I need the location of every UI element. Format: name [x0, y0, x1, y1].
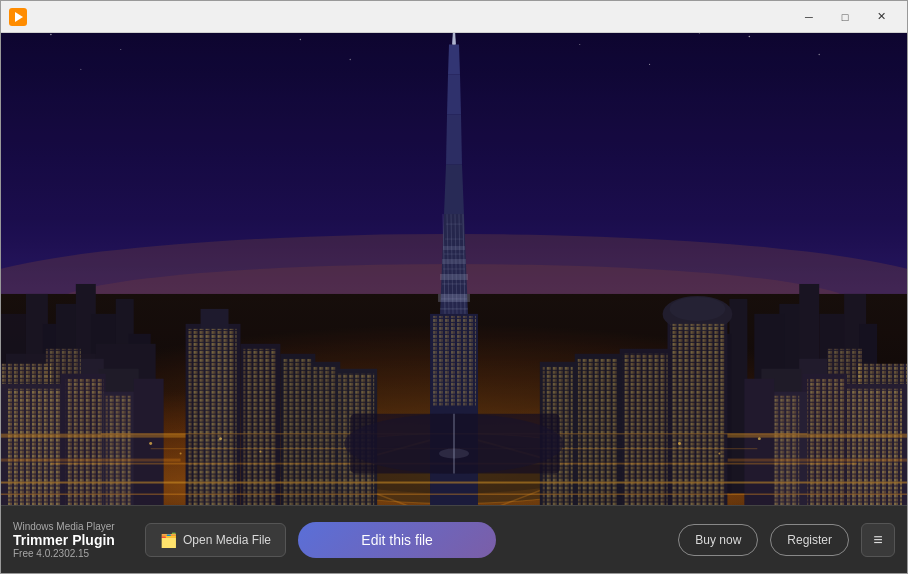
video-background [1, 33, 907, 505]
maximize-button[interactable]: □ [827, 3, 863, 31]
video-area [1, 33, 907, 505]
title-bar-left [9, 8, 33, 26]
minimize-button[interactable]: ─ [791, 3, 827, 31]
buildings-svg [1, 33, 907, 505]
plugin-version: Free 4.0.2302.15 [13, 548, 133, 559]
svg-rect-149 [1, 33, 907, 505]
close-button[interactable]: ✕ [863, 3, 899, 31]
register-button[interactable]: Register [770, 524, 849, 556]
plugin-subtitle: Windows Media Player [13, 521, 133, 532]
bottom-bar: Windows Media Player Trimmer Plugin Free… [1, 505, 907, 573]
open-media-label: Open Media File [183, 533, 271, 547]
menu-button[interactable]: ≡ [861, 523, 895, 557]
app-window: ─ □ ✕ [0, 0, 908, 574]
plugin-name: Trimmer Plugin [13, 532, 133, 548]
app-icon [9, 8, 27, 26]
folder-icon: 🗂️ [160, 532, 177, 548]
open-media-button[interactable]: 🗂️ Open Media File [145, 523, 286, 557]
title-bar-controls: ─ □ ✕ [791, 3, 899, 31]
buy-now-button[interactable]: Buy now [678, 524, 758, 556]
title-bar: ─ □ ✕ [1, 1, 907, 33]
plugin-info: Windows Media Player Trimmer Plugin Free… [13, 521, 133, 559]
edit-file-button[interactable]: Edit this file [298, 522, 496, 558]
